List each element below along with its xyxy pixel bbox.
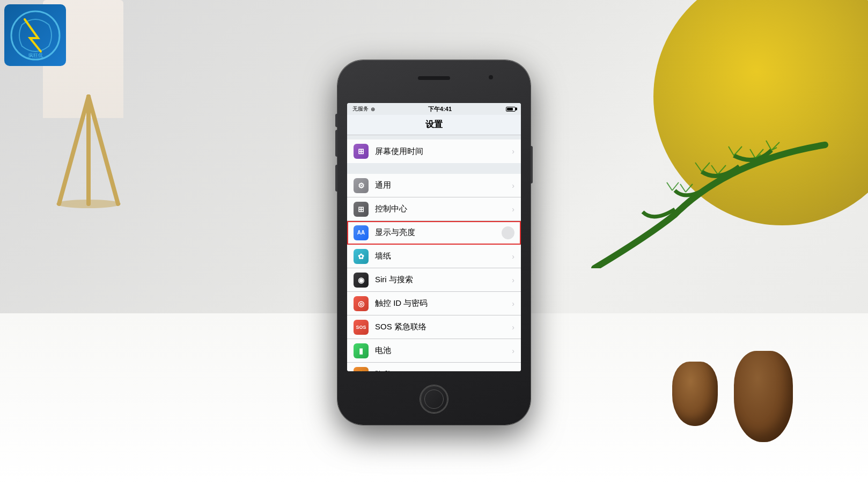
svg-line-6	[771, 142, 779, 150]
home-button[interactable]	[420, 385, 448, 413]
chevron-right-icon: ›	[512, 205, 514, 214]
svg-line-19	[680, 184, 686, 192]
svg-line-17	[695, 163, 702, 172]
row-icon-wallpaper: ✿	[354, 249, 369, 264]
row-icon-touch-id: ◎	[354, 296, 369, 311]
power-button[interactable]	[531, 146, 533, 183]
svg-line-2	[89, 97, 118, 204]
row-icon-battery: ▮	[354, 343, 369, 358]
chevron-right-icon: ›	[512, 147, 514, 156]
row-label-general: 通用	[375, 180, 512, 190]
chevron-right-icon: ›	[512, 181, 514, 190]
settings-row-display-brightness[interactable]: AA显示与亮度	[347, 221, 521, 245]
svg-line-12	[734, 146, 742, 156]
svg-line-21	[667, 182, 672, 190]
section-gap-1	[347, 163, 521, 174]
status-battery	[505, 107, 516, 112]
row-icon-siri-search: ◉	[354, 273, 369, 288]
row-label-touch-id: 触控 ID 与密码	[375, 298, 512, 308]
navigation-bar: 设置	[347, 115, 521, 135]
settings-list: ⊞屏幕使用时间›⚙通用›⊞控制中心›AA显示与亮度✿墙纸›◉Siri 与搜索›◎…	[347, 135, 521, 371]
status-carrier: 无服务 ⊕	[352, 105, 375, 113]
row-icon-control-center: ⊞	[354, 202, 369, 217]
svg-line-10	[750, 149, 755, 158]
settings-row-privacy[interactable]: ✋隐私›	[347, 363, 521, 371]
settings-row-general[interactable]: ⚙通用›	[347, 174, 521, 197]
svg-line-18	[686, 184, 693, 192]
svg-line-7	[766, 141, 771, 150]
svg-point-3	[56, 200, 121, 208]
volume-up-button[interactable]	[335, 130, 337, 157]
settings-row-screen-time[interactable]: ⊞屏幕使用时间›	[347, 139, 521, 163]
row-label-privacy: 隐私	[375, 370, 512, 372]
row-icon-screen-time: ⊞	[354, 144, 369, 159]
chevron-right-icon	[502, 226, 514, 239]
row-icon-sos: SOS	[354, 320, 369, 335]
row-icon-display-brightness: AA	[354, 225, 369, 240]
row-label-screen-time: 屏幕使用时间	[375, 146, 512, 157]
row-icon-general: ⚙	[354, 178, 369, 193]
lamp-legs	[27, 86, 150, 209]
settings-row-touch-id[interactable]: ◎触控 ID 与密码›	[347, 292, 521, 315]
settings-row-control-center[interactable]: ⊞控制中心›	[347, 197, 521, 221]
volume-down-button[interactable]	[335, 165, 337, 192]
svg-line-16	[702, 163, 710, 172]
chevron-right-icon: ›	[512, 252, 514, 261]
svg-line-0	[59, 97, 89, 204]
mute-button[interactable]	[335, 114, 337, 127]
pine-cone-2	[672, 362, 718, 426]
chevron-right-icon: ›	[512, 276, 514, 284]
home-button-ring	[424, 390, 444, 409]
settings-row-wallpaper[interactable]: ✿墙纸›	[347, 245, 521, 268]
settings-row-siri-search[interactable]: ◉Siri 与搜索›	[347, 268, 521, 292]
front-camera	[489, 75, 493, 79]
section-section1: ⊞屏幕使用时间›	[347, 139, 521, 163]
logo: 疯狂侃	[4, 4, 66, 66]
phone-device: 无服务 ⊕ 下午4:41 设置 ⊞屏幕使用时间›⚙通用›⊞控制中心›AA显示与亮…	[337, 60, 531, 425]
status-time: 下午4:41	[428, 105, 452, 113]
section-section2: ⚙通用›⊞控制中心›AA显示与亮度✿墙纸›◉Siri 与搜索›◎触控 ID 与密…	[347, 174, 521, 371]
battery-icon	[506, 107, 516, 112]
pine-branch	[568, 118, 836, 268]
chevron-right-icon: ›	[512, 347, 514, 355]
row-label-wallpaper: 墙纸	[375, 251, 512, 261]
row-label-battery: 电池	[375, 346, 512, 356]
row-label-display-brightness: 显示与亮度	[375, 227, 502, 238]
section-gap-0	[347, 135, 521, 139]
svg-line-20	[672, 182, 679, 190]
row-label-sos: SOS 紧急联络	[375, 322, 512, 332]
status-bar: 无服务 ⊕ 下午4:41	[347, 103, 521, 115]
chevron-right-icon: ›	[512, 299, 514, 308]
svg-text:疯狂侃: 疯狂侃	[28, 53, 42, 58]
svg-line-15	[711, 165, 718, 174]
row-icon-privacy: ✋	[354, 367, 369, 371]
row-label-siri-search: Siri 与搜索	[375, 275, 512, 285]
phone-screen: 无服务 ⊕ 下午4:41 设置 ⊞屏幕使用时间›⚙通用›⊞控制中心›AA显示与亮…	[347, 103, 521, 371]
settings-row-battery[interactable]: ▮电池›	[347, 339, 521, 363]
earpiece	[418, 76, 450, 80]
row-label-control-center: 控制中心	[375, 204, 512, 214]
phone-body: 无服务 ⊕ 下午4:41 设置 ⊞屏幕使用时间›⚙通用›⊞控制中心›AA显示与亮…	[337, 60, 531, 425]
chevron-right-icon: ›	[512, 370, 514, 371]
svg-line-13	[729, 146, 734, 156]
settings-row-sos[interactable]: SOSSOS 紧急联络›	[347, 315, 521, 339]
chevron-right-icon: ›	[512, 323, 514, 332]
page-title: 设置	[425, 119, 443, 130]
carrier-text: 无服务	[352, 105, 369, 113]
pine-cone-1	[734, 351, 793, 442]
wifi-icon: ⊕	[371, 106, 375, 112]
